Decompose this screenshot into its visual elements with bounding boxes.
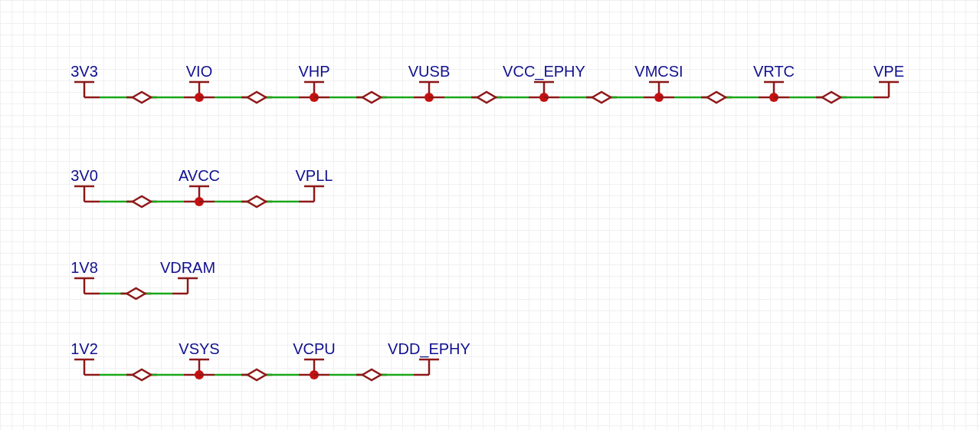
rail0-diamond6 [822,92,841,103]
power-vhp-label: VHP [298,63,329,80]
rail1-diamond0 [133,196,151,207]
power-1v2-label: 1V2 [70,340,98,357]
power-avcc-label: AVCC [179,167,220,184]
power-vpe-label: VPE [873,63,904,80]
rail0-diamond2 [362,92,381,103]
power-vio-label: VIO [186,63,212,80]
power-vrtc-label: VRTC [753,63,795,80]
rail0-diamond3 [477,92,496,103]
power-vdd-ephy-label: VDD_EPHY [388,340,470,358]
rail3-diamond2 [362,369,381,380]
power-vcpu-label: VCPU [293,340,336,357]
rail0-diamond1 [247,92,266,103]
rail0-diamond4 [592,92,611,103]
power-3v3-label: 3V3 [70,63,98,80]
rail0-diamond5 [707,92,726,103]
power-vcc-ephy-label: VCC_EPHY [503,63,585,80]
power-1v8-label: 1V8 [70,259,98,276]
power-vmcsi-label: VMCSI [634,63,683,80]
rail2-diamond0 [127,288,146,299]
power-vdram-label: VDRAM [160,259,215,276]
rail0-diamond0 [133,92,151,103]
power-3v0-label: 3V0 [70,167,98,184]
power-vusb-label: VUSB [408,63,450,80]
rail3-diamond1 [247,369,266,380]
rail3-diamond0 [133,369,151,380]
schematic-canvas: 3V3VIOVHPVUSBVCC_EPHYVMCSIVRTCVPE3V0AVCC… [0,0,980,430]
power-vpll-label: VPLL [296,167,333,184]
rail1-diamond1 [247,196,266,207]
power-vsys-label: VSYS [179,340,219,357]
